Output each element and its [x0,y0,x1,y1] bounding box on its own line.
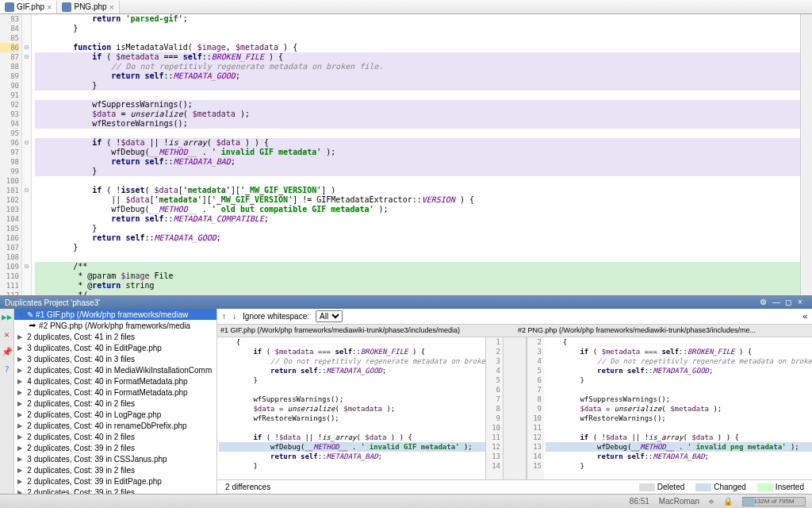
diff-right-code[interactable]: { if ( $metadata === self::BROKEN_FILE )… [544,337,812,479]
hide-icon[interactable]: × [798,298,807,307]
insert-mode-icon[interactable]: ⎆ [709,497,714,506]
pin-icon[interactable]: 📌 [2,347,13,358]
tree-item[interactable]: ▶2 duplicates, Cost: 39 in 2 files [14,487,216,494]
tree-item-selected[interactable]: ▼✎ #1 GIF.php (/Work/php frameworks/medi… [14,309,216,320]
diff-viewer: ↑ ↓ Ignore whitespace: All « #1 GIF.php … [217,309,812,494]
diff-right-linenums: 23456789101112131415 [527,337,544,479]
tree-item[interactable]: ▶2 duplicates, Cost: 40 in 2 files [14,398,216,409]
close-icon[interactable]: ✕ [2,329,13,341]
duplicates-tree[interactable]: ▼✎ #1 GIF.php (/Work/php frameworks/medi… [14,309,217,494]
diff-left-linenums: 1234567891011121314 [485,337,503,479]
tree-item[interactable]: ▶2 duplicates, Cost: 40 in LogPage.php [14,409,216,420]
tree-item[interactable]: ⮕ #2 PNG.php (/Work/php frameworks/media [14,320,216,331]
line-number-gutter: 8384858687888990919293949596979899100101… [0,14,22,295]
tree-item[interactable]: ▶2 duplicates, Cost: 39 in EditPage.php [14,475,216,487]
expand-icon[interactable]: « [802,312,807,321]
gear-icon[interactable]: ⚙ [760,298,769,307]
diff-left-code[interactable]: { if ( $metadata === self::BROKEN_FILE )… [217,337,485,479]
tree-item[interactable]: ▶3 duplicates, Cost: 40 in EditPage.php [14,342,216,353]
restore-icon[interactable]: ◻ [785,298,795,307]
code-editor[interactable]: 8384858687888990919293949596979899100101… [0,14,812,295]
tab-label: GIF.php [17,2,44,11]
help-icon[interactable]: ? [2,364,13,375]
tree-item[interactable]: ▶2 duplicates, Cost: 41 in 2 files [14,331,216,342]
php-file-icon [5,2,14,12]
tree-item[interactable]: ▶2 duplicates, Cost: 40 in MediaWikiInst… [14,364,216,375]
code-content[interactable]: return 'parsed-gif'; } function isMetada… [32,14,800,295]
diff-count: 2 differences [225,483,270,491]
tree-item[interactable]: ▶3 duplicates, Cost: 40 in 3 files [14,353,216,364]
diff-footer: 2 differences Deleted Changed Inserted [217,479,812,494]
rerun-icon[interactable]: ▶▶ [2,312,13,323]
editor-scrollbar[interactable] [800,14,812,295]
file-encoding[interactable]: MacRoman [659,497,699,506]
tree-item[interactable]: ▶2 duplicates, Cost: 40 in FormatMetadat… [14,387,216,398]
memory-meter[interactable]: 132M of 795M [742,497,806,506]
duplicates-panel: Duplicates Project 'phase3' ⚙ — ◻ × ▶▶ ✕… [0,295,812,494]
close-icon[interactable]: × [47,2,52,12]
lock-icon[interactable]: 🔒 [723,497,733,506]
tree-item[interactable]: ▶2 duplicates, Cost: 40 in 2 files [14,431,216,442]
tab-label: PNG.php [74,2,106,11]
php-file-icon [62,2,71,12]
status-bar: 86:51 MacRoman ⎆ 🔒 132M of 795M [0,494,812,508]
tab-png-php[interactable]: PNG.php × [57,1,120,13]
ignore-ws-select[interactable]: All [316,310,343,322]
minimize-icon[interactable]: — [772,298,782,307]
cursor-position[interactable]: 86:51 [630,497,649,506]
prev-diff-icon[interactable]: ↑ [222,312,226,321]
tree-item[interactable]: ▶2 duplicates, Cost: 39 in 2 files [14,464,216,475]
panel-title-bar[interactable]: Duplicates Project 'phase3' ⚙ — ◻ × [0,296,812,309]
close-icon[interactable]: × [109,2,114,12]
ignore-ws-label: Ignore whitespace: [243,312,309,321]
tree-item[interactable]: ▶2 duplicates, Cost: 39 in 2 files [14,442,216,453]
tree-item[interactable]: ▶3 duplicates, Cost: 39 in CSSJanus.php [14,453,216,464]
tree-item[interactable]: ▶2 duplicates, Cost: 40 in renameDbPrefi… [14,420,216,431]
diff-right-header: #2 PNG.php (/Work/php frameworks/mediawi… [515,325,812,337]
diff-connector [503,337,527,479]
editor-tab-bar: GIF.php × PNG.php × [0,0,812,14]
tab-gif-php[interactable]: GIF.php × [0,1,57,13]
tree-item[interactable]: ▶4 duplicates, Cost: 40 in FormatMetadat… [14,375,216,387]
panel-title: Duplicates Project 'phase3' [5,298,100,307]
next-diff-icon[interactable]: ↓ [232,312,236,321]
folding-gutter[interactable]: ⊟⊟⊟⊟⊟⊟ [22,14,32,295]
panel-action-sidebar: ▶▶ ✕ 📌 ? [0,309,14,494]
diff-left-header: #1 GIF.php (/Work/php frameworks/mediawi… [217,325,515,337]
diff-toolbar: ↑ ↓ Ignore whitespace: All « [217,309,812,325]
